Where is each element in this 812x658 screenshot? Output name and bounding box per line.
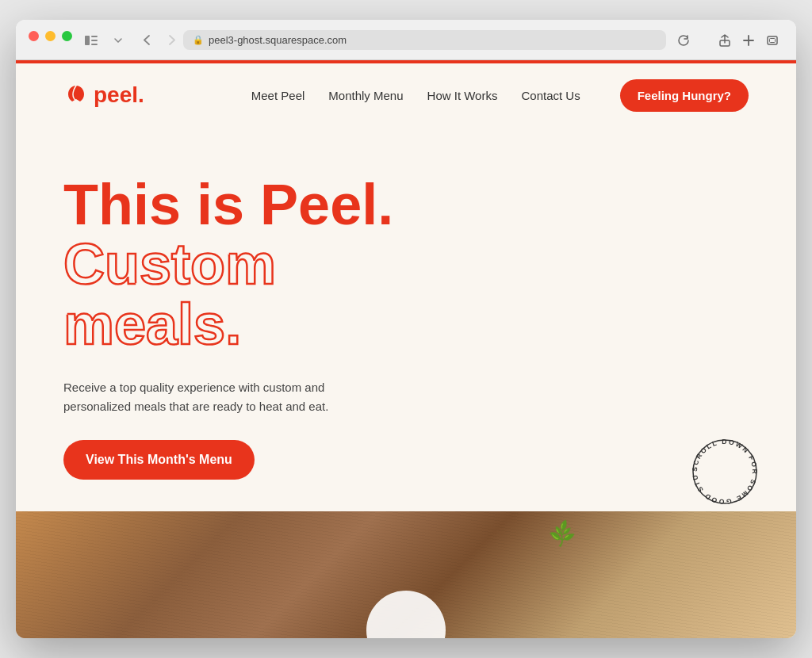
hero-section: This is Peel. Custom meals. Receive a to…: [16, 128, 796, 512]
close-button[interactable]: [29, 31, 39, 41]
nav-how-it-works[interactable]: How It Works: [427, 89, 498, 102]
reload-button[interactable]: [672, 29, 695, 52]
logo-text: peel.: [94, 82, 144, 108]
hero-outline-line2: meals.: [63, 293, 241, 356]
back-button[interactable]: [136, 29, 158, 52]
nav-meet-peel[interactable]: Meet Peel: [251, 89, 305, 102]
sidebar-toggle-icon[interactable]: [80, 29, 102, 52]
scroll-badge-text: SCROLL DOWN FOR SOME GOOD STUFF: [685, 432, 759, 506]
logo-icon: [63, 82, 89, 108]
hero-subtitle: Receive a top quality experience with cu…: [63, 378, 333, 416]
hero-outline-line1: Custom: [63, 232, 276, 296]
svg-rect-3: [91, 44, 98, 45]
svg-text:SCROLL DOWN FOR SOME GOOD STUF: SCROLL DOWN FOR SOME GOOD STUFF: [685, 432, 759, 506]
page-content: peel. Meet Peel Monthly Menu How It Work…: [16, 63, 796, 639]
browser-chrome: 🔒 peel3-ghost.squarespace.com: [16, 20, 796, 60]
svg-rect-6: [770, 38, 776, 42]
feeling-hungry-button[interactable]: Feeling Hungry?: [620, 79, 749, 112]
browser-window: 🔒 peel3-ghost.squarespace.com: [16, 20, 796, 639]
maximize-button[interactable]: [62, 31, 72, 41]
svg-rect-0: [85, 36, 90, 45]
share-button[interactable]: [714, 29, 736, 52]
lock-icon: 🔒: [193, 35, 204, 45]
nav-links: Meet Peel Monthly Menu How It Works Cont…: [251, 89, 580, 102]
minimize-button[interactable]: [45, 31, 56, 41]
chevron-down-icon[interactable]: [107, 29, 129, 52]
view-menu-button[interactable]: View This Month's Menu: [63, 440, 255, 480]
svg-rect-2: [91, 40, 98, 41]
traffic-lights: [29, 31, 72, 41]
address-bar[interactable]: 🔒 peel3-ghost.squarespace.com: [183, 30, 666, 50]
new-tab-button[interactable]: [737, 29, 760, 52]
svg-rect-5: [768, 36, 777, 44]
hero-title-outline: Custom meals.: [63, 235, 749, 354]
hero-title-solid: This is Peel.: [63, 175, 749, 235]
navigation: peel. Meet Peel Monthly Menu How It Work…: [16, 63, 796, 128]
url-text: peel3-ghost.squarespace.com: [209, 34, 347, 46]
forward-button[interactable]: [161, 29, 183, 52]
nav-contact-us[interactable]: Contact Us: [521, 89, 580, 102]
nav-monthly-menu[interactable]: Monthly Menu: [328, 89, 403, 102]
food-image: 🌿: [16, 511, 796, 638]
logo[interactable]: peel.: [63, 82, 144, 108]
tab-overview-button[interactable]: [761, 29, 783, 52]
svg-rect-1: [91, 36, 98, 37]
scroll-badge: SCROLL DOWN FOR SOME GOOD STUFF: [685, 432, 764, 511]
